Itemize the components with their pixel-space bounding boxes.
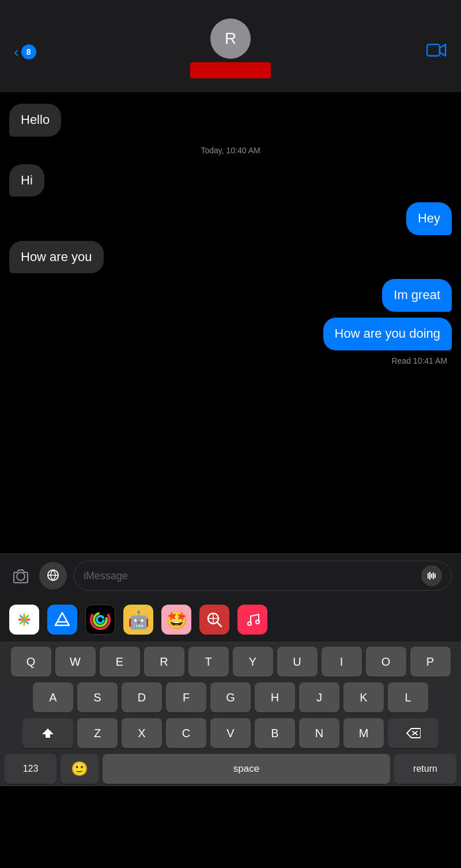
key-a[interactable]: A xyxy=(33,682,73,712)
key-m[interactable]: M xyxy=(343,718,384,748)
message-placeholder: iMessage xyxy=(84,570,128,582)
key-o[interactable]: O xyxy=(366,647,406,677)
back-button[interactable]: ‹ 8 xyxy=(14,44,36,59)
svg-rect-3 xyxy=(429,572,430,580)
svg-line-14 xyxy=(217,622,221,627)
key-y[interactable]: Y xyxy=(233,647,273,677)
timestamp: Today, 10:40 AM xyxy=(9,146,452,155)
svg-point-16 xyxy=(256,620,259,624)
svg-rect-2 xyxy=(428,573,429,579)
key-t[interactable]: T xyxy=(188,647,229,677)
sent-bubble: Hey xyxy=(406,202,452,235)
key-u[interactable]: U xyxy=(277,647,318,677)
key-s[interactable]: S xyxy=(77,682,118,712)
message-bubble-row: How are you xyxy=(9,241,452,274)
tray-fitness-button[interactable] xyxy=(85,605,115,635)
key-d[interactable]: D xyxy=(122,682,162,712)
message-input[interactable]: iMessage xyxy=(74,561,452,591)
header: ‹ 8 R xyxy=(0,0,461,92)
tray-appstore-button[interactable] xyxy=(47,605,77,635)
key-w[interactable]: W xyxy=(55,647,96,677)
svg-point-12 xyxy=(97,616,104,623)
back-badge: 8 xyxy=(21,44,36,59)
shift-key[interactable] xyxy=(22,718,73,748)
key-l[interactable]: L xyxy=(388,682,428,712)
key-k[interactable]: K xyxy=(343,682,384,712)
sent-bubble: Im great xyxy=(382,279,452,312)
audio-button[interactable] xyxy=(421,565,442,586)
key-f[interactable]: F xyxy=(166,682,206,712)
svg-rect-5 xyxy=(433,572,434,579)
video-call-button[interactable] xyxy=(426,42,447,62)
message-bubble-row: How are you doing xyxy=(9,318,452,350)
input-area: iMessage xyxy=(0,553,461,598)
message-bubble-row: Hi xyxy=(9,164,452,197)
contact-name-bar xyxy=(190,62,271,78)
keyboard-row-1: Q W E R T Y U I O P xyxy=(2,647,459,677)
key-q[interactable]: Q xyxy=(11,647,51,677)
key-n[interactable]: N xyxy=(299,718,339,748)
keyboard-row-bottom: 123 🙂 space return xyxy=(2,754,459,784)
keyboard-row-3: Z X C V B N M xyxy=(2,718,459,748)
tray-memoji1-button[interactable]: 🤖 xyxy=(123,605,153,635)
key-e[interactable]: E xyxy=(100,647,140,677)
messages-area: Hello Today, 10:40 AM Hi Hey How are you… xyxy=(0,92,461,553)
return-key[interactable]: return xyxy=(394,754,456,784)
svg-point-15 xyxy=(248,622,251,625)
tray-music-button[interactable] xyxy=(237,605,267,635)
key-z[interactable]: Z xyxy=(77,718,118,748)
tray-search-button[interactable] xyxy=(199,605,229,635)
back-chevron-icon: ‹ xyxy=(14,44,19,59)
sent-bubble: How are you doing xyxy=(323,318,452,350)
numbers-key[interactable]: 123 xyxy=(5,754,56,784)
key-p[interactable]: P xyxy=(410,647,451,677)
emoji-key[interactable]: 🙂 xyxy=(61,754,99,784)
svg-rect-6 xyxy=(434,573,436,578)
contact-info[interactable]: R xyxy=(190,18,271,78)
delete-key[interactable] xyxy=(388,718,439,748)
keyboard: Q W E R T Y U I O P A S D F G H J K L Z … xyxy=(0,642,461,786)
space-key[interactable]: space xyxy=(103,754,390,784)
message-bubble-row: Hello xyxy=(9,104,452,137)
received-bubble: Hi xyxy=(9,164,44,197)
svg-point-1 xyxy=(17,572,25,580)
apps-button[interactable] xyxy=(39,562,67,590)
key-b[interactable]: B xyxy=(255,718,295,748)
avatar: R xyxy=(210,18,251,59)
tray-photos-button[interactable] xyxy=(9,605,39,635)
key-g[interactable]: G xyxy=(210,682,251,712)
app-tray: 🤖 🤩 xyxy=(0,598,461,642)
message-bubble-row: Im great xyxy=(9,279,452,312)
key-i[interactable]: I xyxy=(322,647,362,677)
read-receipt: Read 10:41 AM xyxy=(9,356,452,365)
key-h[interactable]: H xyxy=(255,682,295,712)
svg-rect-0 xyxy=(427,44,440,56)
key-c[interactable]: C xyxy=(166,718,206,748)
key-j[interactable]: J xyxy=(299,682,339,712)
received-bubble: Hello xyxy=(9,104,61,137)
key-x[interactable]: X xyxy=(122,718,162,748)
keyboard-row-2: A S D F G H J K L xyxy=(2,682,459,712)
message-bubble-row: Hey xyxy=(9,202,452,235)
received-bubble: How are you xyxy=(9,241,104,274)
svg-rect-4 xyxy=(431,573,432,578)
key-v[interactable]: V xyxy=(210,718,251,748)
tray-memoji2-button[interactable]: 🤩 xyxy=(161,605,191,635)
camera-button[interactable] xyxy=(9,564,32,587)
key-r[interactable]: R xyxy=(144,647,184,677)
